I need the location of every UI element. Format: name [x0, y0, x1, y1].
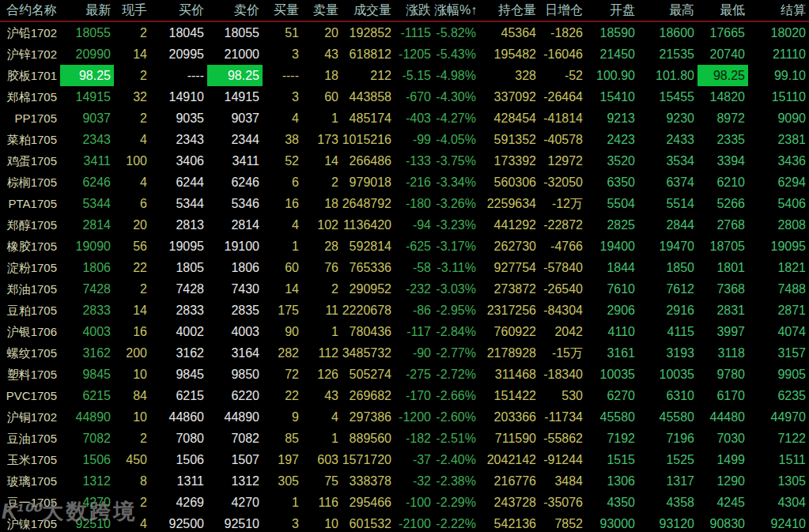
table-row[interactable]: 郑油17057428274287430142290952-232-3.03%27… — [0, 278, 809, 300]
cell-settle: 6294 — [748, 172, 809, 193]
table-row[interactable]: 塑料17059845109845985072126505274-275-2.72… — [0, 364, 809, 385]
table-row[interactable]: 豆一170542702426942701116295466-100-2.29%2… — [0, 492, 809, 513]
table-row[interactable]: 沪银170640031640024003901780436-117-2.84%7… — [0, 321, 809, 342]
cell-vol: 618812 — [342, 43, 395, 65]
cell-open: 9213 — [586, 108, 638, 129]
cell-oi: 195482 — [479, 43, 539, 65]
column-header-oichg[interactable]: 日增仓 — [539, 0, 586, 21]
cell-oi: 560306 — [479, 172, 539, 193]
table-row[interactable]: 沪镍17059251049250092510310601532-2100-2.2… — [0, 513, 809, 532]
cell-open: 4110 — [586, 321, 638, 342]
cell-bid: 1311 — [150, 470, 207, 492]
table-row[interactable]: 菜粕17052343423432344381731015216-99-4.05%… — [0, 129, 809, 150]
cell-bidv: 282 — [263, 342, 302, 364]
quote-rows: 沪铅170218055218045180555120192852-1115-5.… — [0, 22, 809, 532]
cell-pct: -2.95% — [434, 300, 479, 321]
cell-open: 7192 — [586, 428, 638, 449]
cell-askv: 18 — [302, 65, 342, 86]
column-header-ask[interactable]: 卖价 — [207, 0, 263, 21]
cell-bidv: 1 — [263, 236, 302, 257]
table-row[interactable]: 胶板170198.252----98.25----18212-5.15-4.98… — [0, 65, 809, 86]
table-row[interactable]: 棕榈1705624646244624662979018-216-3.34%560… — [0, 172, 809, 193]
cell-last: 9845 — [60, 364, 114, 385]
table-row[interactable]: 橡胶170519090561909519100128592814-625-3.1… — [0, 236, 809, 257]
column-header-cur[interactable]: 现手 — [114, 0, 150, 21]
column-header-open[interactable]: 开盘 — [586, 0, 638, 21]
cell-settle: 2381 — [748, 129, 809, 150]
table-row[interactable]: 豆油17057082270807082851889560-182-2.51%71… — [0, 428, 809, 449]
cell-ask: 19100 — [207, 236, 263, 257]
column-header-oi[interactable]: 持仓量 — [479, 0, 539, 21]
cell-name: 螺纹1705 — [0, 342, 60, 364]
cell-name: 沪镍1705 — [0, 513, 60, 532]
cell-oi: 441292 — [479, 214, 539, 236]
cell-cur: 2 — [114, 492, 150, 513]
cell-last: 1312 — [60, 470, 114, 492]
cell-bid: 7428 — [150, 278, 207, 300]
column-header-pct[interactable]: 涨幅%↑ — [434, 0, 479, 21]
column-header-bid[interactable]: 买价 — [150, 0, 207, 21]
cell-settle: 1305 — [748, 470, 809, 492]
column-header-chg[interactable]: 涨跌 — [395, 0, 434, 21]
column-header-bidv[interactable]: 买量 — [263, 0, 302, 21]
column-header-vol[interactable]: 成交量 — [342, 0, 395, 21]
cell-oi: 311468 — [479, 364, 539, 385]
cell-settle: 1511 — [748, 449, 809, 470]
table-row[interactable]: 螺纹17053162200316231642821123485732-90-2.… — [0, 342, 809, 364]
cell-bid: 14910 — [150, 86, 207, 108]
table-row[interactable]: PP1705903729035903741485174-403-4.27%428… — [0, 108, 809, 129]
table-row[interactable]: 玻璃1705131281311131230575338378-32-2.38%2… — [0, 470, 809, 492]
table-row[interactable]: 沪铜17024489010448604489094297386-1200-2.6… — [0, 406, 809, 428]
column-header-name[interactable]: 合约名称 — [0, 0, 60, 21]
cell-settle: 21110 — [748, 43, 809, 65]
table-row[interactable]: 郑醇17052814202813281441021136420-94-3.23%… — [0, 214, 809, 236]
cell-vol: 2648792 — [342, 193, 395, 214]
cell-vol: 3485732 — [342, 342, 395, 364]
cell-chg: -117 — [395, 321, 434, 342]
table-row[interactable]: 玉米17051506450150615071976031571720-37-2.… — [0, 449, 809, 470]
cell-ask: 98.25 — [207, 65, 263, 86]
column-header-last[interactable]: 最新 — [60, 0, 114, 21]
cell-bid: 3406 — [150, 150, 207, 172]
table-row[interactable]: PTA1705534465344534616182648792-180-3.26… — [0, 193, 809, 214]
table-row[interactable]: 沪铅170218055218045180555120192852-1115-5.… — [0, 22, 809, 43]
cell-cur: 32 — [114, 86, 150, 108]
cell-open: 10035 — [586, 364, 638, 385]
cell-high: 9230 — [638, 108, 697, 129]
cell-oi: 2178928 — [479, 342, 539, 364]
cell-bid: 20995 — [150, 43, 207, 65]
cell-bidv: 3 — [263, 86, 302, 108]
cell-last: 3411 — [60, 150, 114, 172]
table-row[interactable]: 郑棉170514915321491014915360443858-670-4.3… — [0, 86, 809, 108]
cell-bidv: 14 — [263, 278, 302, 300]
cell-name: 胶板1701 — [0, 65, 60, 86]
cell-oichg: -40578 — [539, 129, 586, 150]
table-row[interactable]: 沪锌170220990142099521000343618812-1205-5.… — [0, 43, 809, 65]
cell-cur: 16 — [114, 321, 150, 342]
column-header-low[interactable]: 最低 — [697, 0, 748, 21]
cell-bid: 3162 — [150, 342, 207, 364]
column-header-askv[interactable]: 卖量 — [302, 0, 342, 21]
cell-low: 4245 — [697, 492, 748, 513]
cell-bidv: 60 — [263, 257, 302, 278]
cell-ask: 7430 — [207, 278, 263, 300]
column-header-settle[interactable]: 结算 — [748, 0, 809, 21]
table-row[interactable]: 鸡蛋17053411100340634115214266486-133-3.75… — [0, 150, 809, 172]
cell-cur: 200 — [114, 342, 150, 364]
cell-pct: -3.75% — [434, 150, 479, 172]
column-header-high[interactable]: 最高 — [638, 0, 697, 21]
cell-vol: 485174 — [342, 108, 395, 129]
table-row[interactable]: 豆粕170528331428332835175112220678-86-2.95… — [0, 300, 809, 321]
cell-oi: 273872 — [479, 278, 539, 300]
cell-cur: 56 — [114, 236, 150, 257]
cell-last: 98.25 — [60, 65, 114, 86]
cell-low: 2768 — [697, 214, 748, 236]
cell-high: 19470 — [638, 236, 697, 257]
cell-name: 豆粕1705 — [0, 300, 60, 321]
cell-open: 4350 — [586, 492, 638, 513]
cell-open: 2423 — [586, 129, 638, 150]
cell-vol: 889560 — [342, 428, 395, 449]
cell-bid: 2833 — [150, 300, 207, 321]
table-row[interactable]: PVC1705621584621562202243269682-170-2.66… — [0, 385, 809, 406]
table-row[interactable]: 淀粉1705180622180518066076765336-58-3.11%9… — [0, 257, 809, 278]
